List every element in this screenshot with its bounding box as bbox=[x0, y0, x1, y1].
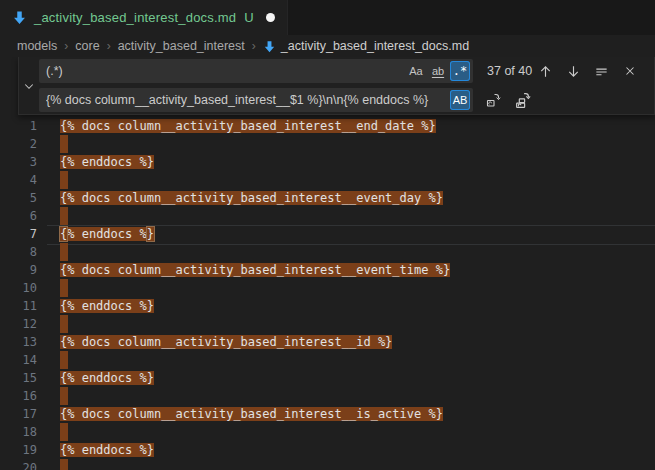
line-content bbox=[60, 243, 68, 261]
find-widget-rows: Aa ab .* 37 of 40 bbox=[39, 57, 654, 114]
line-number[interactable]: 11 bbox=[0, 297, 37, 315]
line-number[interactable]: 9 bbox=[0, 261, 37, 279]
editor-line[interactable]: 13{% docs column__activity_based_interes… bbox=[0, 333, 655, 351]
line-content: {% enddocs %} bbox=[60, 153, 154, 171]
editor-line[interactable]: 15{% enddocs %} bbox=[0, 369, 655, 387]
find-input[interactable] bbox=[46, 64, 406, 78]
find-match: {% docs column__activity_based_interest_… bbox=[60, 119, 436, 133]
line-number[interactable]: 1 bbox=[0, 117, 37, 135]
line-number[interactable]: 16 bbox=[0, 387, 37, 405]
line-number[interactable]: 10 bbox=[0, 279, 37, 297]
arrow-down-icon bbox=[566, 64, 581, 79]
line-number[interactable]: 6 bbox=[0, 207, 37, 225]
editor-line[interactable]: 10 bbox=[0, 279, 655, 297]
find-in-selection-button[interactable] bbox=[591, 61, 612, 82]
find-match: {% docs column__activity_based_interest_… bbox=[60, 191, 443, 205]
editor-line[interactable]: 18 bbox=[0, 423, 655, 441]
find-input-box: Aa ab .* bbox=[39, 59, 473, 83]
regex-toggle[interactable]: .* bbox=[450, 61, 470, 81]
editor-line[interactable]: 12 bbox=[0, 315, 655, 333]
replace-row: AB bbox=[39, 88, 648, 112]
editor-line[interactable]: 19{% enddocs %} bbox=[0, 441, 655, 459]
line-content: {% enddocs %} bbox=[60, 297, 154, 315]
editor-line[interactable]: 2 bbox=[0, 135, 655, 153]
line-content: {% docs column__activity_based_interest_… bbox=[60, 333, 392, 351]
close-icon bbox=[623, 64, 637, 78]
line-number[interactable]: 12 bbox=[0, 315, 37, 333]
git-status-badge: U bbox=[244, 10, 253, 25]
find-match: {% docs column__activity_based_interest_… bbox=[60, 335, 392, 349]
markdown-icon bbox=[12, 10, 27, 25]
editor[interactable]: Aa ab .* 37 of 40 bbox=[0, 57, 655, 470]
line-content: {% enddocs %} bbox=[60, 225, 154, 243]
editor-line[interactable]: 4 bbox=[0, 171, 655, 189]
editor-line[interactable]: 16 bbox=[0, 387, 655, 405]
editor-line[interactable]: 3{% enddocs %} bbox=[0, 153, 655, 171]
line-content bbox=[60, 315, 68, 333]
breadcrumb-item-core[interactable]: core bbox=[75, 39, 99, 53]
bracket-match: } bbox=[147, 227, 154, 241]
editor-line[interactable]: 17{% docs column__activity_based_interes… bbox=[0, 405, 655, 423]
editor-line[interactable]: 7{% enddocs %} bbox=[0, 225, 655, 243]
line-number[interactable]: 7 bbox=[0, 225, 37, 243]
line-number[interactable]: 5 bbox=[0, 189, 37, 207]
find-match-empty bbox=[60, 315, 68, 333]
selection-icon bbox=[594, 64, 609, 79]
line-content bbox=[60, 279, 68, 297]
line-number[interactable]: 18 bbox=[0, 423, 37, 441]
find-match-empty bbox=[60, 459, 68, 470]
code-lines: 1{% docs column__activity_based_interest… bbox=[0, 117, 655, 470]
line-content bbox=[60, 459, 68, 470]
toggle-replace-button[interactable] bbox=[19, 57, 39, 114]
find-row: Aa ab .* 37 of 40 bbox=[39, 59, 648, 83]
editor-line[interactable]: 9{% docs column__activity_based_interest… bbox=[0, 261, 655, 279]
replace-button[interactable] bbox=[482, 90, 503, 111]
breadcrumb-item-models[interactable]: models bbox=[17, 39, 57, 53]
line-number[interactable]: 3 bbox=[0, 153, 37, 171]
replace-input[interactable] bbox=[46, 93, 450, 107]
line-number[interactable]: 19 bbox=[0, 441, 37, 459]
breadcrumb-separator: › bbox=[107, 39, 111, 53]
line-number[interactable]: 14 bbox=[0, 351, 37, 369]
close-find-widget-button[interactable] bbox=[619, 61, 640, 82]
editor-line[interactable]: 6 bbox=[0, 207, 655, 225]
line-content: {% docs column__activity_based_interest_… bbox=[60, 405, 443, 423]
modified-dot-icon[interactable] bbox=[266, 13, 275, 22]
line-content bbox=[60, 387, 68, 405]
line-number[interactable]: 13 bbox=[0, 333, 37, 351]
replace-all-button[interactable] bbox=[512, 90, 533, 111]
line-number[interactable]: 8 bbox=[0, 243, 37, 261]
arrow-up-icon bbox=[538, 64, 553, 79]
breadcrumb-separator: › bbox=[64, 39, 68, 53]
replace-all-icon bbox=[514, 92, 531, 109]
line-number[interactable]: 17 bbox=[0, 405, 37, 423]
replace-buttons bbox=[482, 90, 533, 111]
line-number[interactable]: 2 bbox=[0, 135, 37, 153]
vscode-window: _activity_based_interest_docs.md U model… bbox=[0, 0, 655, 470]
editor-line[interactable]: 1{% docs column__activity_based_interest… bbox=[0, 117, 655, 135]
breadcrumb-item-file[interactable]: _activity_based_interest_docs.md bbox=[263, 39, 469, 53]
breadcrumb-separator: › bbox=[252, 39, 256, 53]
editor-line[interactable]: 14 bbox=[0, 351, 655, 369]
editor-line[interactable]: 11{% enddocs %} bbox=[0, 297, 655, 315]
line-number[interactable]: 15 bbox=[0, 369, 37, 387]
whole-word-toggle[interactable]: ab bbox=[428, 61, 448, 81]
tab-active-file[interactable]: _activity_based_interest_docs.md U bbox=[0, 0, 288, 35]
editor-line[interactable]: 20 bbox=[0, 459, 655, 470]
previous-match-button[interactable] bbox=[535, 61, 556, 82]
line-number[interactable]: 20 bbox=[0, 459, 37, 470]
next-match-button[interactable] bbox=[563, 61, 584, 82]
line-content: {% docs column__activity_based_interest_… bbox=[60, 117, 436, 135]
tab-filename: _activity_based_interest_docs.md bbox=[34, 10, 236, 25]
preserve-case-toggle[interactable]: AB bbox=[450, 90, 470, 110]
breadcrumb-item-folder[interactable]: activity_based_interest bbox=[118, 39, 245, 53]
match-case-toggle[interactable]: Aa bbox=[406, 61, 426, 81]
line-number[interactable]: 4 bbox=[0, 171, 37, 189]
find-match-empty bbox=[60, 171, 68, 189]
editor-line[interactable]: 5{% docs column__activity_based_interest… bbox=[0, 189, 655, 207]
line-content: {% docs column__activity_based_interest_… bbox=[60, 261, 450, 279]
find-match: {% enddocs %} bbox=[60, 155, 154, 169]
editor-line[interactable]: 8 bbox=[0, 243, 655, 261]
find-match: {% docs column__activity_based_interest_… bbox=[60, 407, 443, 421]
find-options: Aa ab .* bbox=[406, 61, 470, 81]
